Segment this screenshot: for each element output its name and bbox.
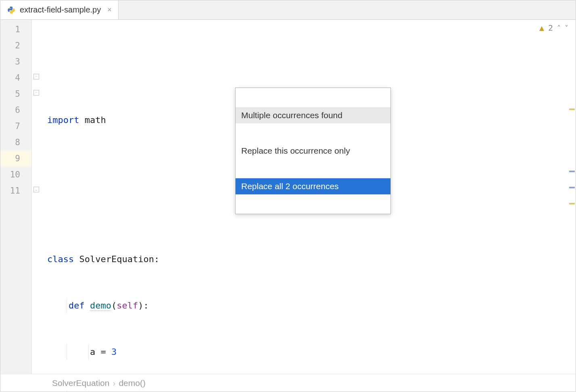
code-text: SolverEquation: (74, 254, 159, 264)
line-number[interactable]: 5 (0, 86, 31, 102)
code-text: a = (90, 347, 111, 357)
keyword: import (47, 115, 79, 125)
marker-strip (568, 20, 576, 374)
warning-marker[interactable] (569, 108, 575, 110)
code-text: math (79, 115, 106, 125)
python-file-icon (7, 6, 16, 15)
editor: 1234567891011 − − ⌄ ▲ 2 ˄ ˅ import math … (0, 20, 576, 374)
line-number[interactable]: 1 (0, 21, 31, 38)
keyword: def (69, 300, 90, 311)
number-literal: 3 (111, 347, 117, 357)
line-number[interactable]: 11 (0, 183, 31, 199)
warning-marker[interactable] (569, 203, 575, 204)
keyword: class (47, 254, 74, 264)
code-text: ): (138, 300, 149, 311)
code-text: ( (111, 300, 117, 311)
code-line[interactable]: def demo(self): (32, 298, 576, 314)
occurrence-marker[interactable] (569, 187, 575, 188)
line-number[interactable]: 2 (0, 38, 31, 54)
function-name: demo (90, 300, 111, 311)
code-area[interactable]: ▲ 2 ˄ ˅ import math class SolverEquation… (32, 20, 576, 374)
occurrences-popup: Multiple occurrences found Replace this … (235, 88, 391, 214)
line-number[interactable]: 7 (0, 118, 31, 134)
line-number[interactable]: 4 (0, 70, 31, 86)
code-line[interactable]: b = 25 (32, 390, 576, 392)
close-icon[interactable]: × (105, 6, 112, 14)
chevron-up-icon[interactable]: ˄ (557, 24, 561, 32)
tab-filename: extract-field-sample.py (20, 5, 101, 15)
warning-icon[interactable]: ▲ (539, 23, 544, 33)
warning-count: 2 (548, 23, 553, 33)
popup-title: Multiple occurrences found (236, 107, 390, 123)
gutter: 1234567891011 (0, 20, 32, 374)
line-number[interactable]: 10 (0, 167, 31, 183)
tab-bar: extract-field-sample.py × (0, 0, 576, 20)
chevron-down-icon[interactable]: ˅ (565, 24, 568, 32)
popup-option-replace-one[interactable]: Replace this occurrence only (236, 143, 390, 159)
code-line[interactable]: class SolverEquation: (32, 251, 576, 267)
code-line[interactable]: a = 3 (32, 344, 576, 360)
line-number[interactable]: 3 (0, 54, 31, 70)
line-number[interactable]: 6 (0, 102, 31, 118)
inspection-widget: ▲ 2 ˄ ˅ (539, 23, 568, 33)
editor-tab[interactable]: extract-field-sample.py × (0, 0, 119, 19)
line-number[interactable]: 8 (0, 134, 31, 150)
line-number[interactable]: 9 (0, 150, 31, 167)
popup-option-replace-all[interactable]: Replace all 2 occurrences (236, 178, 390, 194)
self-param: self (117, 300, 138, 311)
